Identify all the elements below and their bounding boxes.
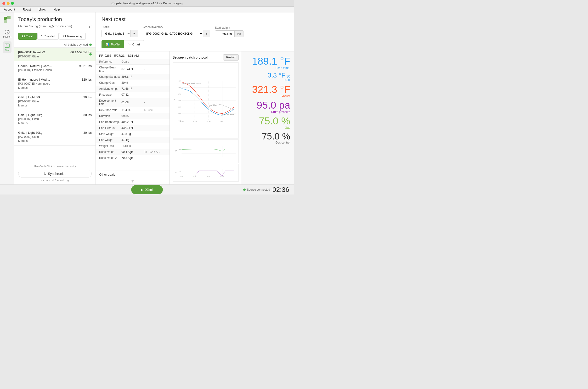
- list-item[interactable]: [PR-0001] Roast #1 66.14/57.54 lbs [PG-0…: [14, 48, 96, 61]
- weight-unit: lbs: [234, 31, 243, 37]
- green-inventory-select[interactable]: [PG-0002] Gititu 9.709 BOX30KG ▼: [143, 30, 210, 37]
- nav-production[interactable]: Start: [3, 41, 11, 53]
- list-item[interactable]: El Hormiguero | Medi... 120 lbs [PG-0007…: [14, 75, 96, 93]
- tab-chart[interactable]: 〜 Chart: [124, 40, 144, 48]
- row-label: Duration: [99, 114, 121, 118]
- menu-roast[interactable]: Roast: [21, 7, 32, 12]
- gas-chart: 0 % 00:00 01:00 02:00 03:00: [173, 164, 239, 182]
- list-item[interactable]: Gititu | Light 30kg 30 lbs [PG-0002] Git…: [14, 110, 96, 128]
- source-connected: Source connected: [243, 188, 270, 191]
- window-controls[interactable]: [2, 2, 14, 5]
- menu-links[interactable]: Links: [37, 7, 47, 12]
- svg-text:03:00: 03:00: [220, 176, 224, 177]
- row-value: 375.44 °F: [121, 67, 144, 71]
- green-inventory-dropdown[interactable]: [PG-0002] Gititu 9.709 BOX30KG: [143, 30, 203, 37]
- svg-text:100: 100: [178, 149, 180, 151]
- chart-header: Between batch protocol Restart: [173, 54, 239, 61]
- profile-select[interactable]: Gititu | Light 3 ▼: [102, 30, 138, 37]
- row-goal: -: [144, 120, 166, 124]
- profile-dropdown-arrow[interactable]: ▼: [131, 30, 138, 37]
- table-row: Roast value 90.4 Agtr. 88 - 92.5 A...: [96, 149, 170, 155]
- roast-item-weight: 30 lbs: [83, 131, 92, 134]
- content-area: PR-0266 - 5/27/21 - 4:31 AM Reference Go…: [96, 51, 294, 184]
- green-inventory-label: Green inventory: [143, 25, 210, 29]
- list-item[interactable]: Gedeb | Natural | Com... 99.21 lbs [PG-0…: [14, 61, 96, 75]
- exhaust-metric: 321.3 °F Exhaust: [246, 84, 290, 98]
- profile-rows: Charge Bean te... 375.44 °F - Charge Exh…: [96, 65, 170, 171]
- profile-field: Profile Gititu | Light 3 ▼: [102, 25, 138, 37]
- row-value: 20 %: [121, 81, 144, 84]
- row-label: End weight: [99, 138, 121, 142]
- roast-item-weight: 30 lbs: [83, 96, 92, 99]
- menu-account[interactable]: Account: [2, 7, 17, 12]
- bottom-right: Source connected 02:36: [243, 186, 289, 194]
- row-goal: -: [144, 132, 166, 136]
- roast-item-weight: 120 lbs: [82, 78, 92, 81]
- svg-text:01:00: 01:00: [193, 176, 196, 177]
- start-button[interactable]: ▶ Start: [131, 185, 163, 194]
- row-label: End Bean temp.: [99, 120, 121, 124]
- minimize-button[interactable]: [7, 2, 10, 5]
- col-empty: [144, 60, 166, 64]
- roast-item-weight: 66.14/57.54 lbs: [70, 50, 92, 54]
- sync-icon: ↻: [44, 172, 46, 176]
- profile-dropdown[interactable]: Gititu | Light 3: [102, 30, 131, 37]
- panel-footer: Use Cmd+Click to deselect an entry ↻ Syn…: [14, 162, 96, 184]
- green-inventory-field: Green inventory [PG-0002] Gititu 9.709 B…: [143, 25, 210, 37]
- nav-support[interactable]: Support: [1, 28, 13, 39]
- roast-item-sub2: Marcus: [18, 104, 92, 107]
- table-row: Charge Gas 20 %: [96, 80, 170, 86]
- user-info: Marcus Young (marcus@cropster.com) ⇄: [18, 24, 92, 29]
- next-roast-title: Next roast: [102, 16, 288, 23]
- restart-button[interactable]: Restart: [223, 54, 239, 61]
- tab-profile[interactable]: 📊 Profile: [102, 40, 124, 48]
- green-inventory-dropdown-arrow[interactable]: ▼: [203, 30, 210, 37]
- row-label: Charge Gas: [99, 81, 121, 84]
- close-button[interactable]: [2, 2, 5, 5]
- start-weight-input[interactable]: [215, 31, 234, 37]
- today-title: Today's production: [18, 16, 92, 23]
- col-reference: Reference: [99, 60, 121, 64]
- gas-metric: 75.0 % Gas: [246, 116, 290, 130]
- row-label: Charge Exhaust: [99, 75, 121, 78]
- row-value: 435.74 °F: [121, 126, 144, 130]
- row-label: Development time: [99, 99, 121, 106]
- roast-item-top: [PR-0001] Roast #1 66.14/57.54 lbs: [18, 50, 92, 54]
- profile-tab-label: Profile: [111, 43, 120, 46]
- roast-item-sub: [PG-0002] Gititu: [18, 135, 92, 138]
- list-item[interactable]: Gititu | Light 30kg 30 lbs [PG-0002] Git…: [14, 93, 96, 110]
- row-goal: -: [144, 138, 166, 142]
- roast-item-top: Gedeb | Natural | Com... 99.21 lbs: [18, 64, 92, 68]
- source-connected-label: Source connected: [247, 188, 270, 191]
- row-label: Dev. time ratio: [99, 108, 121, 112]
- drum-label: Drum pressure: [271, 110, 290, 114]
- swap-icon[interactable]: ⇄: [89, 24, 92, 29]
- roast-item-name: El Hormiguero | Medi...: [18, 78, 50, 81]
- roast-item-sub2: Marcus: [18, 122, 92, 125]
- profile-label: Profile: [102, 25, 138, 29]
- row-value: 07:32: [121, 93, 144, 97]
- svg-text:03:00: 03:00: [220, 121, 224, 122]
- list-item[interactable]: Gititu | Light 30kg 30 lbs [PG-0002] Git…: [14, 128, 96, 146]
- ror-sub: 30: [286, 74, 290, 78]
- table-row: End Exhaust 435.74 °F: [96, 125, 170, 131]
- gas-value: 75.0 %: [259, 116, 290, 126]
- table-row: End Bean temp. 406.22 °F -: [96, 119, 170, 125]
- maximize-button[interactable]: [11, 2, 14, 5]
- synchronize-button[interactable]: ↻ Synchronize: [18, 170, 92, 178]
- svg-text:%: %: [175, 171, 176, 173]
- roast-item-name: Gedeb | Natural | Com...: [18, 64, 52, 68]
- gas-control-value: 75.0 %: [262, 132, 290, 141]
- svg-text:02:00: 02:00: [207, 176, 210, 177]
- menu-help[interactable]: Help: [52, 7, 61, 12]
- chart-tab-icon: 〜: [128, 42, 131, 46]
- table-row: Development time 01:08 -: [96, 98, 170, 107]
- tab-total[interactable]: 22 Total: [18, 33, 37, 40]
- tab-remaining[interactable]: 21 Remaining: [59, 33, 85, 40]
- table-row: Charge Exhaust 395.6 °F: [96, 74, 170, 80]
- other-goals: Other goals: [96, 171, 170, 178]
- profile-tab-icon: 📊: [105, 43, 109, 46]
- temperature-chart: 425 400 375 350 325 300 275 °F: [173, 63, 239, 138]
- svg-text:0: 0: [179, 170, 180, 172]
- tab-roasted[interactable]: 1 Roasted: [37, 33, 59, 40]
